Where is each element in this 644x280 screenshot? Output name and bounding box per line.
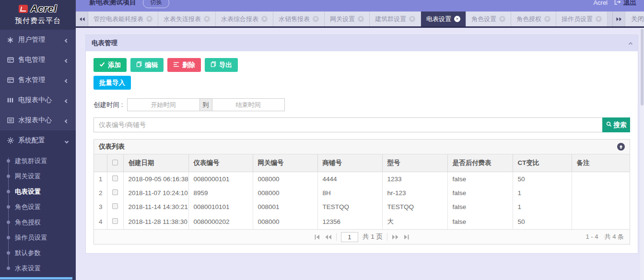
sidebar: Acrel 预付费云平台 用户管理 售电管理 售水管理: [0, 0, 76, 280]
collapse-grid-icon[interactable]: [617, 143, 625, 151]
table-row[interactable]: 3 2018-11-14 14:30:21 0080010101 008001 …: [94, 200, 630, 214]
edit-button[interactable]: 编辑: [130, 58, 164, 72]
check-icon: [99, 61, 105, 69]
close-icon[interactable]: ×: [499, 16, 505, 22]
cell-meter-no: 0080010101: [188, 200, 253, 214]
main-column: 新电表测试项目 切换 Acrel 退出 管控电表能耗报表× 水表失连报表× 水表…: [76, 0, 644, 280]
close-icon[interactable]: ×: [204, 16, 210, 22]
delete-button-label: 删除: [182, 61, 195, 70]
sidebar-item-water-report-center[interactable]: 水报表中心: [0, 110, 76, 130]
collapse-panel-icon[interactable]: [629, 40, 632, 47]
next-page-button[interactable]: [392, 234, 399, 240]
meter-list-grid: 仪表列表: [94, 139, 630, 245]
search-button[interactable]: 搜索: [602, 117, 630, 132]
sidebar-item-label: 电报表中心: [18, 96, 52, 105]
logout-button[interactable]: 退出: [614, 0, 636, 7]
to-label: 到: [200, 98, 212, 111]
cell-create-date: 2018-11-28 11:38:30: [123, 214, 188, 229]
submenu-item-water-meter-settings[interactable]: 水表设置: [0, 261, 76, 276]
tabs-scroll-left-button[interactable]: [76, 12, 88, 26]
close-operations-dropdown[interactable]: 关闭操作: [625, 12, 644, 26]
end-time-input[interactable]: [212, 98, 285, 111]
tab-meter-energy-report[interactable]: 管控电表能耗报表×: [88, 12, 158, 26]
table-row[interactable]: 4 2018-11-28 11:38:30 0080000202 008000 …: [94, 214, 630, 229]
close-icon[interactable]: ×: [146, 16, 152, 22]
system-config-submenu: 建筑群设置 网关设置 电表设置 角色设置 角色授权 操作员设置 默认参数 水表设…: [0, 151, 76, 278]
vertical-scrollbar-thumb[interactable]: [641, 29, 644, 105]
submenu-item-building-group-settings[interactable]: 建筑群设置: [0, 153, 76, 169]
cell-ct-ratio: 50: [513, 214, 572, 229]
cell-model: hr-123: [382, 186, 447, 200]
close-icon[interactable]: ×: [454, 16, 460, 22]
row-number: 1: [94, 172, 107, 187]
tab-water-meter-summary-report[interactable]: 水表综合报表×: [216, 12, 273, 26]
first-page-button[interactable]: [314, 234, 320, 240]
tab-water-sales-report[interactable]: 水销售报表×: [273, 12, 325, 26]
sidebar-item-electricity-report-center[interactable]: 电报表中心: [0, 90, 76, 110]
submenu-item-meter-settings[interactable]: 电表设置: [0, 184, 76, 199]
tab-building-group-settings[interactable]: 建筑群设置×: [370, 12, 421, 26]
start-time-input[interactable]: [127, 98, 200, 111]
row-checkbox[interactable]: [112, 189, 118, 195]
table-row[interactable]: 2 2018-11-07 10:24:10 8959 008000 8H hr-…: [94, 186, 630, 200]
submenu-item-operator-settings[interactable]: 操作员设置: [0, 230, 76, 245]
search-bar: 搜索: [94, 117, 630, 132]
chevron-left-icon: [65, 56, 68, 64]
export-button[interactable]: 导出: [205, 58, 238, 72]
batch-import-label: 批量导入: [99, 79, 125, 87]
tab-role-settings[interactable]: 角色设置×: [466, 12, 511, 26]
close-icon[interactable]: ×: [544, 16, 550, 22]
search-button-label: 搜索: [614, 121, 627, 129]
chevron-left-icon: [65, 76, 68, 84]
cell-meter-no: 0080000202: [188, 214, 253, 229]
chevron-left-icon: [65, 36, 68, 44]
chevron-left-icon: [65, 117, 68, 124]
list-lines-icon: [173, 61, 179, 69]
submenu-item-gateway-settings[interactable]: 网关设置: [0, 169, 76, 184]
cell-shop-no: 4444: [317, 172, 382, 187]
pager-separator: [387, 233, 387, 241]
row-number: 3: [94, 200, 107, 214]
submenu-item-role-authorization[interactable]: 角色授权: [0, 215, 76, 230]
pager-separator: [336, 233, 337, 241]
delete-button[interactable]: 删除: [167, 58, 201, 72]
tab-label: 管控电表能耗报表: [94, 15, 143, 23]
panel-body: 添加 编辑 删除 导出: [86, 51, 638, 253]
add-button[interactable]: 添加: [94, 58, 127, 72]
sidebar-item-sell-water[interactable]: 售水管理: [0, 70, 76, 90]
cell-shop-no: TESTQQ: [317, 200, 382, 214]
tab-gateway-settings[interactable]: 网关设置×: [325, 12, 370, 26]
double-chevron-right-icon: [616, 17, 622, 22]
switch-project-button[interactable]: 切换: [143, 0, 169, 8]
search-input[interactable]: [94, 117, 602, 132]
previous-page-button[interactable]: [325, 234, 332, 240]
last-page-button[interactable]: [403, 234, 410, 240]
close-icon[interactable]: ×: [358, 16, 364, 22]
tabs-scroll-right-button[interactable]: [612, 12, 625, 26]
cell-remark: [572, 172, 630, 187]
cell-postpaid: false: [447, 186, 513, 200]
submenu-item-default-parameters[interactable]: 默认参数: [0, 245, 76, 261]
batch-import-button[interactable]: 批量导入: [94, 76, 131, 90]
page-number-input[interactable]: [341, 232, 358, 242]
row-checkbox[interactable]: [112, 218, 118, 224]
tab-role-authorization[interactable]: 角色授权×: [511, 12, 556, 26]
sidebar-item-user-management[interactable]: 用户管理: [0, 30, 76, 50]
submenu-item-role-settings[interactable]: 角色设置: [0, 199, 76, 215]
sidebar-item-system-config[interactable]: 系统配置: [0, 130, 76, 151]
tab-meter-settings[interactable]: 电表设置×: [421, 12, 466, 26]
row-checkbox[interactable]: [112, 203, 118, 209]
row-checkbox[interactable]: [112, 175, 118, 181]
close-icon[interactable]: ×: [596, 16, 602, 22]
close-icon[interactable]: ×: [313, 16, 319, 22]
table-row[interactable]: 1 2018-09-05 06:16:38 0080000101 008000 …: [94, 172, 630, 187]
close-icon[interactable]: ×: [409, 16, 415, 22]
close-icon[interactable]: ×: [261, 16, 268, 22]
tab-operator-settings[interactable]: 操作员设置×: [556, 12, 608, 26]
sidebar-horizontal-scrollbar[interactable]: [0, 277, 72, 280]
acrel-logo-icon: [19, 5, 28, 13]
select-all-checkbox[interactable]: [112, 160, 118, 165]
vertical-scrollbar[interactable]: [640, 28, 644, 280]
tab-water-meter-offline-report[interactable]: 水表失连报表×: [158, 12, 216, 26]
sidebar-item-sell-electricity[interactable]: 售电管理: [0, 50, 76, 70]
